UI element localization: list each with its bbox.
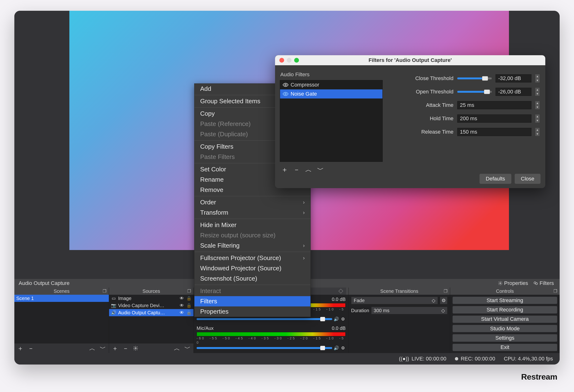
start-streaming-button[interactable]: Start Streaming — [452, 297, 557, 304]
speaker-icon[interactable]: 🔊 — [334, 345, 339, 351]
ctx-scale-filtering[interactable]: Scale Filtering› — [194, 240, 310, 251]
filters-button[interactable]: Filters — [533, 280, 554, 286]
eye-icon[interactable]: 👁 — [179, 303, 184, 308]
filters-dialog-title: Filters for 'Audio Output Capture' — [275, 57, 545, 63]
lock-icon[interactable]: 🔒 — [186, 303, 192, 308]
transitions-title: Scene Transitions — [380, 289, 418, 294]
open-threshold-slider[interactable] — [457, 91, 492, 93]
exit-button[interactable]: Exit — [452, 344, 557, 351]
eye-icon[interactable] — [283, 82, 289, 88]
svg-point-2 — [500, 283, 501, 284]
source-settings-button[interactable] — [133, 346, 138, 351]
status-rec: REC: 00:00:00 — [455, 356, 495, 362]
obs-main-window: Add Group Selected Items Copy Paste (Ref… — [14, 11, 560, 365]
svg-point-4 — [535, 283, 537, 285]
move-filter-down-button[interactable]: ﹀ — [317, 165, 324, 174]
open-threshold-value[interactable]: -26,00 dB — [495, 88, 532, 96]
start-virtual-camera-button[interactable]: Start Virtual Camera — [452, 315, 557, 323]
transition-settings-button[interactable]: ⚙ — [440, 297, 448, 304]
audio-filters-label: Audio Filters — [280, 72, 383, 78]
add-filter-button[interactable]: ＋ — [281, 165, 288, 174]
move-source-up-button[interactable]: ︿ — [174, 344, 180, 353]
status-bar: ((●))LIVE: 00:00:00 REC: 00:00:00 CPU: 4… — [14, 353, 560, 365]
source-item-image[interactable]: ▭ Image 👁🔒 — [109, 295, 193, 302]
popout-icon[interactable]: ❐ — [444, 289, 448, 294]
filter-list[interactable]: Compressor Noise Gate — [280, 80, 383, 162]
param-attack-time: Attack Time 25 ms ▲▼ — [394, 101, 540, 109]
ctx-properties[interactable]: Properties — [194, 306, 310, 317]
filters-titlebar[interactable]: Filters for 'Audio Output Capture' — [275, 55, 545, 65]
popout-icon[interactable]: ❐ — [102, 289, 106, 294]
release-time-value[interactable]: 150 ms — [457, 128, 532, 136]
svg-point-5 — [135, 348, 136, 349]
popout-icon[interactable]: ❐ — [187, 289, 191, 294]
filters-icon — [533, 281, 538, 286]
close-threshold-value[interactable]: -32,00 dB — [495, 74, 532, 82]
remove-filter-button[interactable]: － — [293, 165, 300, 174]
controls-dock: Controls❐ Start Streaming Start Recordin… — [450, 288, 560, 353]
param-hold-time: Hold Time 200 ms ▲▼ — [394, 115, 540, 123]
move-scene-down-button[interactable]: ﹀ — [100, 344, 106, 353]
ctx-filters[interactable]: Filters — [194, 296, 310, 306]
gear-icon[interactable]: ⚙ — [340, 316, 346, 322]
controls-title: Controls — [496, 289, 514, 294]
ctx-screenshot[interactable]: Screenshot (Source) — [194, 274, 310, 284]
scenes-title: Scenes — [54, 289, 70, 294]
attack-time-stepper[interactable]: ▲▼ — [535, 101, 540, 109]
svg-point-0 — [285, 84, 286, 86]
mixer-channel-mic-aux: Mic/Aux0.0 dB -60 -55 -50 -45 -40 -35 -3… — [194, 324, 348, 353]
transition-select[interactable]: Fade◇ — [351, 297, 438, 304]
eye-icon[interactable]: 👁 — [179, 310, 184, 315]
filter-item-noise-gate[interactable]: Noise Gate — [280, 89, 382, 98]
lock-icon[interactable]: 🔒 — [186, 310, 192, 315]
scenes-dock: Scenes❐ Scene 1 ＋ － ︿ ﹀ — [14, 288, 109, 353]
ctx-hide-in-mixer[interactable]: Hide in Mixer — [194, 220, 310, 230]
close-threshold-stepper[interactable]: ▲▼ — [535, 74, 540, 82]
move-source-down-button[interactable]: ﹀ — [184, 344, 191, 353]
ctx-order[interactable]: Order› — [194, 197, 310, 207]
attack-time-value[interactable]: 25 ms — [457, 101, 532, 109]
release-time-stepper[interactable]: ▲▼ — [535, 128, 540, 136]
hold-time-value[interactable]: 200 ms — [457, 115, 532, 123]
settings-button[interactable]: Settings — [452, 334, 557, 342]
ctx-windowed-projector[interactable]: Windowed Projector (Source) — [194, 263, 310, 274]
add-scene-button[interactable]: ＋ — [17, 344, 23, 353]
volume-slider[interactable] — [197, 347, 332, 349]
sources-title: Sources — [143, 289, 160, 294]
start-recording-button[interactable]: Start Recording — [452, 306, 557, 313]
open-threshold-stepper[interactable]: ▲▼ — [535, 88, 540, 96]
filter-item-compressor[interactable]: Compressor — [280, 80, 382, 89]
ctx-resize-output: Resize output (source size) — [194, 230, 310, 240]
move-filter-up-button[interactable]: ︿ — [305, 165, 312, 174]
eye-icon[interactable] — [283, 91, 289, 97]
popout-icon[interactable]: ❐ — [554, 289, 557, 294]
remove-source-button[interactable]: － — [123, 344, 129, 353]
add-source-button[interactable]: ＋ — [112, 344, 118, 353]
ctx-fullscreen-projector[interactable]: Fullscreen Projector (Source)› — [194, 253, 310, 263]
status-cpu: CPU: 4.4%,30.00 fps — [504, 356, 553, 362]
remove-scene-button[interactable]: － — [28, 344, 34, 353]
move-scene-up-button[interactable]: ︿ — [89, 344, 95, 353]
close-threshold-slider[interactable] — [457, 78, 492, 79]
defaults-button[interactable]: Defaults — [480, 174, 511, 184]
source-item-audio-output[interactable]: 🔊 Audio Output Captu… 👁🔒 — [109, 309, 193, 316]
hold-time-stepper[interactable]: ▲▼ — [535, 115, 540, 123]
scene-transitions-dock: Scene Transitions❐ Fade◇ ⚙ Duration 300 … — [348, 288, 450, 353]
volume-slider[interactable] — [197, 318, 332, 320]
source-item-video-capture[interactable]: 📷 Video Capture Devi… 👁🔒 — [109, 302, 193, 309]
gear-icon[interactable]: ⚙ — [340, 345, 346, 351]
ctx-interact: Interact — [194, 286, 310, 296]
svg-point-1 — [285, 93, 286, 95]
scene-item[interactable]: Scene 1 — [14, 295, 109, 302]
studio-mode-button[interactable]: Studio Mode — [452, 325, 557, 332]
lock-icon[interactable]: 🔒 — [186, 296, 192, 301]
camera-icon: 📷 — [111, 303, 116, 308]
eye-icon[interactable]: 👁 — [179, 296, 184, 301]
duration-input[interactable]: 300 ms◇ — [371, 307, 448, 314]
ctx-transform[interactable]: Transform› — [194, 207, 310, 218]
close-button[interactable]: Close — [515, 174, 540, 184]
param-open-threshold: Open Threshold -26,00 dB ▲▼ — [394, 88, 540, 96]
param-close-threshold: Close Threshold -32,00 dB ▲▼ — [394, 74, 540, 82]
speaker-icon[interactable]: 🔊 — [334, 316, 339, 322]
properties-button[interactable]: Properties — [498, 280, 528, 286]
